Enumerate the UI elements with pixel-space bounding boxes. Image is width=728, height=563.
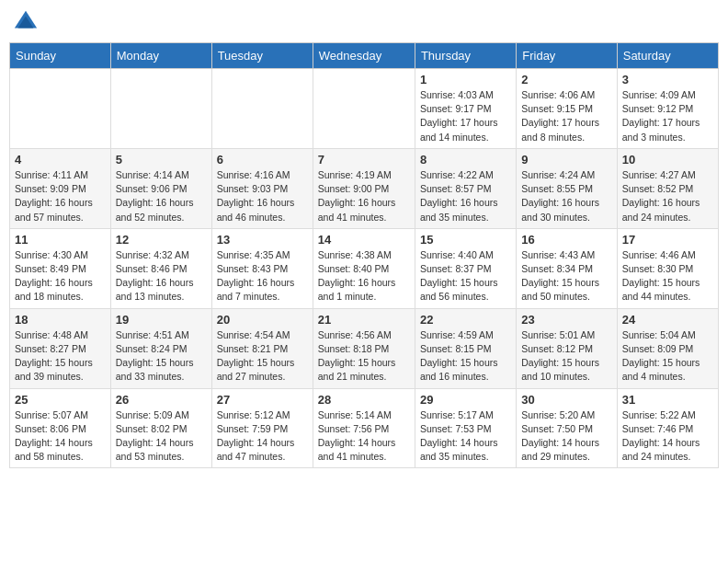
day-number: 20 — [217, 313, 308, 327]
day-number: 17 — [622, 233, 713, 247]
calendar-cell: 15Sunrise: 4:40 AMSunset: 8:37 PMDayligh… — [415, 228, 516, 308]
calendar-cell — [211, 69, 313, 149]
calendar-cell: 16Sunrise: 4:43 AMSunset: 8:34 PMDayligh… — [517, 228, 617, 308]
day-info: Sunrise: 5:14 AMSunset: 7:56 PMDaylight:… — [318, 408, 410, 465]
day-number: 18 — [15, 313, 106, 327]
calendar-cell: 3Sunrise: 4:09 AMSunset: 9:12 PMDaylight… — [617, 69, 718, 149]
day-number: 14 — [318, 233, 410, 247]
day-info: Sunrise: 4:59 AMSunset: 8:15 PMDaylight:… — [420, 328, 511, 385]
calendar-cell: 27Sunrise: 5:12 AMSunset: 7:59 PMDayligh… — [211, 388, 313, 468]
day-info: Sunrise: 4:54 AMSunset: 8:21 PMDaylight:… — [217, 328, 308, 385]
day-info: Sunrise: 5:22 AMSunset: 7:46 PMDaylight:… — [622, 408, 713, 465]
calendar-cell: 30Sunrise: 5:20 AMSunset: 7:50 PMDayligh… — [517, 388, 617, 468]
day-number: 26 — [116, 393, 207, 407]
calendar-cell: 23Sunrise: 5:01 AMSunset: 8:12 PMDayligh… — [517, 308, 617, 388]
day-info: Sunrise: 4:09 AMSunset: 9:12 PMDaylight:… — [622, 88, 713, 144]
logo — [13, 9, 42, 35]
day-number: 4 — [15, 153, 106, 167]
day-number: 28 — [318, 393, 410, 407]
day-info: Sunrise: 4:51 AMSunset: 8:24 PMDaylight:… — [116, 328, 207, 385]
day-info: Sunrise: 4:40 AMSunset: 8:37 PMDaylight:… — [420, 248, 511, 304]
calendar-week-row: 11Sunrise: 4:30 AMSunset: 8:49 PMDayligh… — [10, 228, 719, 308]
calendar-cell: 1Sunrise: 4:03 AMSunset: 9:17 PMDaylight… — [415, 69, 516, 149]
page-header — [9, 9, 719, 35]
calendar-cell: 29Sunrise: 5:17 AMSunset: 7:53 PMDayligh… — [415, 388, 516, 468]
calendar-cell: 10Sunrise: 4:27 AMSunset: 8:52 PMDayligh… — [617, 148, 718, 228]
calendar-cell: 21Sunrise: 4:56 AMSunset: 8:18 PMDayligh… — [313, 308, 415, 388]
day-info: Sunrise: 4:46 AMSunset: 8:30 PMDaylight:… — [622, 248, 713, 304]
day-number: 10 — [622, 153, 713, 167]
calendar-cell: 22Sunrise: 4:59 AMSunset: 8:15 PMDayligh… — [415, 308, 516, 388]
logo-icon — [13, 9, 39, 35]
header-thursday: Thursday — [415, 43, 516, 69]
calendar-cell — [313, 69, 415, 149]
day-number: 6 — [217, 153, 308, 167]
calendar-cell: 24Sunrise: 5:04 AMSunset: 8:09 PMDayligh… — [617, 308, 718, 388]
day-info: Sunrise: 4:43 AMSunset: 8:34 PMDaylight:… — [521, 248, 611, 304]
header-tuesday: Tuesday — [211, 43, 313, 69]
day-number: 11 — [15, 233, 106, 247]
header-saturday: Saturday — [617, 43, 718, 69]
day-info: Sunrise: 5:01 AMSunset: 8:12 PMDaylight:… — [521, 328, 611, 385]
calendar-cell: 20Sunrise: 4:54 AMSunset: 8:21 PMDayligh… — [211, 308, 313, 388]
day-number: 24 — [622, 313, 713, 327]
calendar-cell: 13Sunrise: 4:35 AMSunset: 8:43 PMDayligh… — [211, 228, 313, 308]
calendar-week-row: 25Sunrise: 5:07 AMSunset: 8:06 PMDayligh… — [10, 388, 719, 468]
day-number: 7 — [318, 153, 410, 167]
calendar-cell: 14Sunrise: 4:38 AMSunset: 8:40 PMDayligh… — [313, 228, 415, 308]
day-number: 27 — [217, 393, 308, 407]
day-info: Sunrise: 4:22 AMSunset: 8:57 PMDaylight:… — [420, 168, 511, 224]
calendar-cell: 2Sunrise: 4:06 AMSunset: 9:15 PMDaylight… — [517, 69, 617, 149]
day-info: Sunrise: 4:35 AMSunset: 8:43 PMDaylight:… — [217, 248, 308, 304]
day-info: Sunrise: 4:03 AMSunset: 9:17 PMDaylight:… — [420, 88, 511, 144]
day-info: Sunrise: 4:32 AMSunset: 8:46 PMDaylight:… — [116, 248, 207, 304]
day-number: 12 — [116, 233, 207, 247]
day-number: 25 — [15, 393, 106, 407]
calendar-week-row: 4Sunrise: 4:11 AMSunset: 9:09 PMDaylight… — [10, 148, 719, 228]
header-wednesday: Wednesday — [313, 43, 415, 69]
day-number: 5 — [116, 153, 207, 167]
day-info: Sunrise: 4:30 AMSunset: 8:49 PMDaylight:… — [15, 248, 106, 304]
day-info: Sunrise: 4:27 AMSunset: 8:52 PMDaylight:… — [622, 168, 713, 224]
header-monday: Monday — [110, 43, 211, 69]
day-info: Sunrise: 5:07 AMSunset: 8:06 PMDaylight:… — [15, 408, 106, 465]
calendar-cell: 31Sunrise: 5:22 AMSunset: 7:46 PMDayligh… — [617, 388, 718, 468]
day-number: 30 — [521, 393, 611, 407]
calendar-cell: 5Sunrise: 4:14 AMSunset: 9:06 PMDaylight… — [110, 148, 211, 228]
day-number: 22 — [420, 313, 511, 327]
day-info: Sunrise: 4:24 AMSunset: 8:55 PMDaylight:… — [521, 168, 611, 224]
day-info: Sunrise: 4:19 AMSunset: 9:00 PMDaylight:… — [318, 168, 410, 224]
calendar-cell: 7Sunrise: 4:19 AMSunset: 9:00 PMDaylight… — [313, 148, 415, 228]
day-number: 16 — [521, 233, 611, 247]
calendar-cell: 12Sunrise: 4:32 AMSunset: 8:46 PMDayligh… — [110, 228, 211, 308]
day-number: 3 — [622, 73, 713, 86]
calendar-cell — [110, 69, 211, 149]
calendar-table: SundayMondayTuesdayWednesdayThursdayFrid… — [9, 42, 719, 468]
calendar-header-row: SundayMondayTuesdayWednesdayThursdayFrid… — [10, 43, 719, 69]
day-number: 31 — [622, 393, 713, 407]
calendar-cell: 4Sunrise: 4:11 AMSunset: 9:09 PMDaylight… — [10, 148, 111, 228]
calendar-cell: 8Sunrise: 4:22 AMSunset: 8:57 PMDaylight… — [415, 148, 516, 228]
day-number: 19 — [116, 313, 207, 327]
day-number: 23 — [521, 313, 611, 327]
day-number: 2 — [521, 73, 611, 86]
day-number: 8 — [420, 153, 511, 167]
day-number: 1 — [420, 73, 511, 86]
day-info: Sunrise: 5:12 AMSunset: 7:59 PMDaylight:… — [217, 408, 308, 465]
calendar-cell: 19Sunrise: 4:51 AMSunset: 8:24 PMDayligh… — [110, 308, 211, 388]
day-number: 29 — [420, 393, 511, 407]
calendar-cell: 9Sunrise: 4:24 AMSunset: 8:55 PMDaylight… — [517, 148, 617, 228]
day-number: 9 — [521, 153, 611, 167]
day-info: Sunrise: 4:06 AMSunset: 9:15 PMDaylight:… — [521, 88, 611, 144]
calendar-cell: 11Sunrise: 4:30 AMSunset: 8:49 PMDayligh… — [10, 228, 111, 308]
day-info: Sunrise: 5:04 AMSunset: 8:09 PMDaylight:… — [622, 328, 713, 385]
day-info: Sunrise: 5:17 AMSunset: 7:53 PMDaylight:… — [420, 408, 511, 465]
day-info: Sunrise: 4:11 AMSunset: 9:09 PMDaylight:… — [15, 168, 106, 224]
calendar-cell: 6Sunrise: 4:16 AMSunset: 9:03 PMDaylight… — [211, 148, 313, 228]
day-info: Sunrise: 4:48 AMSunset: 8:27 PMDaylight:… — [15, 328, 106, 385]
day-number: 21 — [318, 313, 410, 327]
calendar-week-row: 1Sunrise: 4:03 AMSunset: 9:17 PMDaylight… — [10, 69, 719, 149]
calendar-week-row: 18Sunrise: 4:48 AMSunset: 8:27 PMDayligh… — [10, 308, 719, 388]
calendar-cell: 28Sunrise: 5:14 AMSunset: 7:56 PMDayligh… — [313, 388, 415, 468]
day-number: 15 — [420, 233, 511, 247]
